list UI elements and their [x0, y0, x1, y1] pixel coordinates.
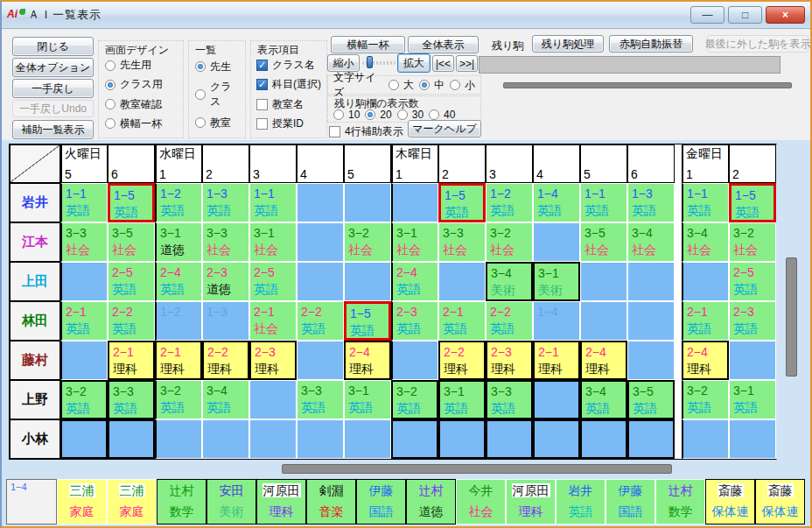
- timetable-cell[interactable]: 3−4英語: [202, 380, 249, 419]
- timetable-cell[interactable]: 2−2英語: [108, 301, 155, 341]
- timetable-cell[interactable]: 1−4英語: [533, 183, 580, 222]
- timetable-cell[interactable]: 3−3社会: [202, 222, 249, 262]
- timetable-cell[interactable]: [438, 419, 486, 459]
- timetable-cell[interactable]: [108, 419, 155, 459]
- timetable-cell[interactable]: 3−2社会: [729, 222, 776, 262]
- timetable-cell[interactable]: 2−4英語: [155, 262, 202, 301]
- vertical-scrollbar-thumb[interactable]: [786, 257, 797, 377]
- timetable-cell[interactable]: 2−3英語: [391, 301, 438, 341]
- timetable-cell[interactable]: [580, 301, 627, 341]
- timetable-cell[interactable]: 3−3社会: [60, 222, 108, 262]
- timetable-cell[interactable]: [60, 419, 108, 459]
- timetable-cell[interactable]: [438, 262, 486, 301]
- timetable-cell[interactable]: 2−4英語: [391, 262, 438, 301]
- checkbox-option-科目(選択)[interactable]: ✓科目(選択): [256, 77, 323, 92]
- radio-option-クラス[interactable]: クラス: [195, 80, 241, 109]
- timetable-cell[interactable]: 3−5社会: [580, 222, 627, 262]
- timetable-cell[interactable]: 3−4社会: [682, 222, 729, 262]
- timetable-cell[interactable]: 3−1社会: [249, 222, 297, 262]
- timetable-cell[interactable]: 3−1英語: [344, 380, 391, 419]
- legend-piece[interactable]: 辻村道徳: [406, 479, 456, 524]
- timetable-cell[interactable]: 3−2英語: [60, 380, 108, 419]
- undo-move-button[interactable]: 一手戻し: [12, 79, 94, 98]
- radio-option-先生[interactable]: 先生: [195, 60, 241, 74]
- close-view-button[interactable]: 閉じる: [12, 37, 94, 56]
- aux-rows-checkbox[interactable]: [329, 126, 340, 137]
- legend-piece[interactable]: 斎藤保体連: [705, 479, 755, 524]
- minimize-button[interactable]: —: [690, 6, 724, 24]
- timetable-cell[interactable]: 2−1英語: [682, 301, 729, 341]
- timetable-cell[interactable]: 2−4理科: [682, 341, 729, 380]
- timetable-cell[interactable]: 2−3道徳: [202, 262, 249, 301]
- legend-piece[interactable]: 剣淵音楽: [306, 479, 356, 524]
- legend-piece[interactable]: 斎藤保体連: [755, 479, 805, 524]
- timetable-cell[interactable]: 3−4美術: [486, 262, 533, 301]
- checkbox-option-クラス名[interactable]: ✓クラス名: [256, 58, 323, 73]
- timetable-cell[interactable]: 3−2英語: [155, 380, 202, 419]
- close-button[interactable]: ×: [766, 6, 805, 24]
- timetable-cell[interactable]: [249, 380, 297, 419]
- timetable-cell[interactable]: [533, 419, 580, 459]
- go-first-button[interactable]: |<<: [432, 55, 454, 72]
- legend-piece[interactable]: 辻村数学: [157, 479, 206, 524]
- radio-option-小[interactable]: 小: [450, 78, 475, 93]
- timetable-cell[interactable]: 2−2英語: [486, 301, 533, 341]
- remaining-pieces-scrollbar[interactable]: [503, 82, 792, 88]
- timetable-cell[interactable]: [627, 262, 675, 301]
- timetable-cell[interactable]: [627, 301, 675, 341]
- timetable-cell[interactable]: 3−5社会: [108, 222, 155, 262]
- timetable-cell[interactable]: 2−1英語: [438, 301, 486, 341]
- timetable-cell[interactable]: [344, 262, 391, 301]
- legend-piece[interactable]: 伊藤国語: [356, 479, 406, 524]
- aux-rows-option[interactable]: 4行補助表示: [329, 124, 403, 139]
- timetable-cell[interactable]: 3−3社会: [438, 222, 486, 262]
- radio-option-クラス用[interactable]: クラス用: [105, 77, 178, 92]
- legend-piece[interactable]: 三浦家庭: [57, 479, 107, 524]
- timetable-cell[interactable]: [627, 419, 675, 459]
- timetable-cell[interactable]: 3−3英語: [297, 380, 344, 419]
- timetable-cell[interactable]: [391, 183, 438, 222]
- timetable-cell[interactable]: 2−1理科: [533, 341, 580, 380]
- timetable-cell[interactable]: [682, 419, 729, 459]
- timetable-cell[interactable]: 1−5英語: [344, 301, 391, 341]
- timetable-cell[interactable]: 3−2社会: [486, 222, 533, 262]
- go-last-button[interactable]: >>|: [456, 55, 478, 72]
- red-auto-transfer-button[interactable]: 赤駒自動振替: [609, 35, 693, 53]
- show-all-button[interactable]: 全体表示: [408, 36, 479, 53]
- timetable-cell[interactable]: 3−1道徳: [155, 222, 202, 262]
- radio-option-40[interactable]: 40: [429, 109, 455, 121]
- timetable-cell[interactable]: 1−3: [202, 301, 249, 341]
- timetable-cell[interactable]: [682, 262, 729, 301]
- zoom-in-button[interactable]: 拡大: [397, 53, 430, 73]
- legend-piece[interactable]: 今井社会: [456, 479, 506, 524]
- timetable-cell[interactable]: 2−5英語: [249, 262, 297, 301]
- timetable-cell[interactable]: 3−1美術: [533, 262, 580, 301]
- legend-piece[interactable]: 安田美術: [206, 479, 256, 524]
- legend-piece[interactable]: 河原田理科: [256, 479, 306, 524]
- timetable-cell[interactable]: 2−1英語: [60, 301, 108, 341]
- timetable-cell[interactable]: 2−1理科: [155, 341, 202, 380]
- radio-option-教室[interactable]: 教室: [195, 116, 241, 130]
- timetable-cell[interactable]: 2−3英語: [729, 301, 776, 341]
- radio-option-横幅一杯[interactable]: 横幅一杯: [105, 116, 178, 131]
- radio-option-先生用[interactable]: 先生用: [105, 58, 178, 73]
- timetable-cell[interactable]: 1−1英語: [580, 183, 627, 222]
- timetable-cell[interactable]: 1−3英語: [627, 183, 675, 222]
- timetable-cell[interactable]: 3−3英語: [108, 380, 155, 419]
- zoom-out-button[interactable]: 縮小: [327, 54, 360, 72]
- zoom-slider-thumb[interactable]: [367, 56, 373, 68]
- remaining-pieces-listbox[interactable]: [479, 56, 780, 74]
- timetable-cell[interactable]: [344, 419, 391, 459]
- timetable-cell[interactable]: 1−3英語: [202, 183, 249, 222]
- radio-option-大[interactable]: 大: [388, 78, 414, 93]
- timetable-cell[interactable]: [297, 262, 344, 301]
- timetable-cell[interactable]: 2−3理科: [486, 341, 533, 380]
- timetable-cell[interactable]: 1−1英語: [60, 183, 108, 222]
- legend-piece[interactable]: 三浦家庭: [107, 479, 157, 524]
- timetable-cell[interactable]: 3−2社会: [344, 222, 391, 262]
- timetable-cell[interactable]: 1−2英語: [155, 183, 202, 222]
- timetable-cell[interactable]: 1−4: [533, 301, 580, 341]
- timetable-cell[interactable]: [729, 419, 776, 459]
- global-options-button[interactable]: 全体オプション: [12, 58, 94, 77]
- timetable-cell[interactable]: [627, 341, 675, 380]
